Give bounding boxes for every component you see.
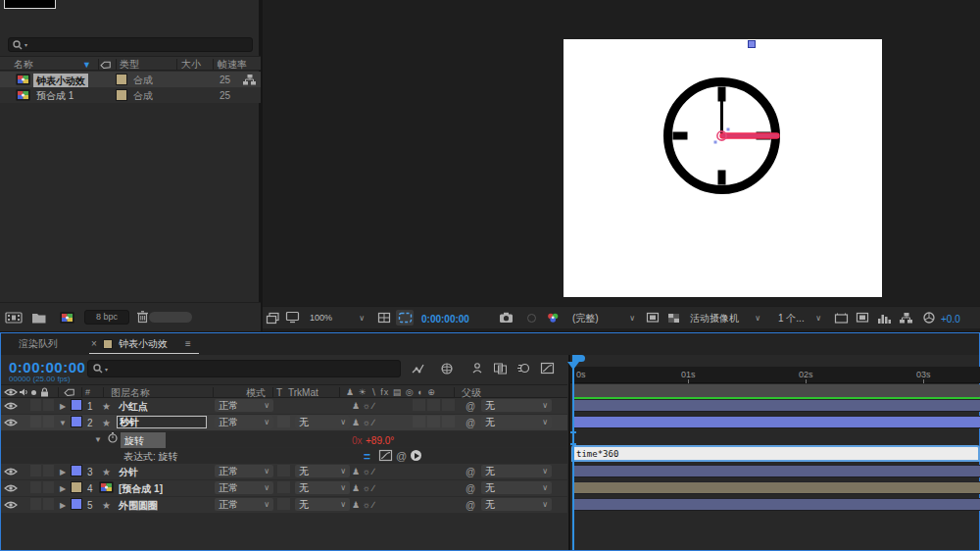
tab-active-comp[interactable]: × 钟表小动效 ≡	[89, 336, 199, 354]
flowchart-icon[interactable]	[900, 313, 912, 324]
layer-color-swatch[interactable]	[71, 399, 82, 411]
view-layout-dropdown[interactable]: 1 个... ∨	[774, 311, 825, 326]
work-area-bar[interactable]	[573, 384, 980, 397]
transparency-grid-icon[interactable]	[668, 314, 679, 323]
expression-row[interactable]: 表达式: 旋转 = @	[1, 448, 567, 464]
column-t[interactable]: T	[276, 388, 282, 398]
viewer-timecode[interactable]: 0:00:00:00	[421, 314, 469, 325]
show-snapshot-icon[interactable]	[527, 314, 536, 323]
eye-icon[interactable]	[4, 419, 17, 426]
label-column-icon[interactable]	[66, 387, 75, 397]
layer-bar-2-selected[interactable]	[573, 416, 980, 428]
motion-blur-icon[interactable]	[517, 363, 529, 374]
switch-box[interactable]	[442, 399, 455, 411]
trkmat-dropdown[interactable]: 无 ∨	[295, 465, 350, 477]
column-framerate[interactable]: 帧速率	[218, 60, 247, 70]
playhead-marker[interactable]	[567, 362, 579, 370]
always-preview-icon[interactable]	[267, 313, 279, 324]
timeline-search-field[interactable]: ▾	[87, 360, 401, 377]
parent-dropdown[interactable]: 无 ∨	[481, 416, 552, 428]
pixel-aspect-icon[interactable]	[835, 313, 848, 324]
blend-mode-dropdown[interactable]: 正常 ∨	[215, 481, 273, 494]
switch-box[interactable]	[427, 399, 440, 411]
layer-bar-1[interactable]	[573, 399, 980, 412]
layer-row-4[interactable]: ▶ 4 [预合成 1] 正常 ∨ 无 ∨ ♟ ☼ ∕ @ 无 ∨	[1, 480, 567, 496]
parent-dropdown[interactable]: 无 ∨	[481, 465, 552, 477]
layer-row-2[interactable]: ▼ 2 ★ 正常 ∨ 无 ∨ ♟ ☼ ∕ @ 无 ∨	[1, 415, 567, 430]
bit-depth-button[interactable]: 8 bpc	[84, 310, 129, 325]
grid-guides-icon[interactable]	[378, 313, 390, 323]
project-item-row[interactable]: 钟表小动效 合成 25	[0, 72, 261, 87]
solo-toggle[interactable]	[43, 481, 54, 493]
blend-mode-dropdown[interactable]: 正常 ∨	[215, 399, 273, 412]
layer-name[interactable]: 小红点	[119, 402, 148, 412]
sort-desc-icon[interactable]: ▼	[82, 60, 91, 70]
layer-color-swatch[interactable]	[71, 465, 82, 476]
audio-toggle[interactable]	[30, 498, 41, 510]
fast-previews-icon[interactable]	[647, 313, 659, 323]
row-switches-icons[interactable]: ♟ ☼ ∕	[352, 501, 374, 510]
column-parent[interactable]: 父级	[462, 388, 481, 398]
column-layer-name[interactable]: 图层名称	[111, 388, 150, 398]
frame-blending-icon[interactable]	[494, 363, 507, 375]
column-size[interactable]: 大小	[181, 60, 201, 70]
new-composition-icon[interactable]	[61, 313, 74, 323]
trkmat-dropdown[interactable]: 无 ∨	[295, 481, 350, 494]
expression-pick-whip-icon[interactable]: @	[396, 451, 407, 462]
parent-pick-whip-icon[interactable]: @	[466, 484, 475, 494]
parent-pick-whip-icon[interactable]: @	[466, 468, 475, 477]
solo-toggle[interactable]	[43, 416, 54, 427]
layer-color-swatch[interactable]	[71, 416, 82, 427]
graph-editor-icon[interactable]	[541, 363, 554, 375]
video-column-eye-icon[interactable]	[4, 388, 17, 396]
audio-column-speaker-icon[interactable]	[19, 388, 27, 396]
property-row-rotation[interactable]: ▼ 旋转 0x +89.0°	[1, 431, 567, 447]
trkmat-dropdown[interactable]: 无 ∨	[295, 498, 350, 511]
layer-name-edit-field[interactable]	[117, 416, 207, 428]
column-type[interactable]: 类型	[120, 60, 139, 70]
blend-mode-dropdown[interactable]: 正常 ∨	[215, 465, 273, 477]
time-navigator-handle[interactable]	[573, 355, 585, 362]
show-channels-icon[interactable]	[547, 313, 559, 323]
close-icon[interactable]: ×	[91, 338, 97, 349]
preserve-transparency-box[interactable]	[277, 498, 290, 510]
interpret-footage-icon[interactable]	[6, 312, 22, 324]
layer-name[interactable]: [预合成 1]	[119, 484, 163, 494]
timeline-nav-icon[interactable]	[857, 313, 869, 324]
eye-icon[interactable]	[4, 484, 17, 492]
resolution-dropdown[interactable]: (完整) ∨	[568, 311, 639, 326]
audio-toggle[interactable]	[30, 481, 41, 493]
audio-toggle[interactable]	[30, 465, 41, 476]
draft-3d-icon[interactable]	[441, 363, 453, 375]
twirl-expanded-icon[interactable]: ▼	[59, 419, 67, 427]
switch-box[interactable]	[427, 416, 440, 427]
histogram-icon[interactable]	[878, 313, 891, 324]
eye-icon[interactable]	[4, 402, 17, 410]
layer-color-swatch[interactable]	[71, 498, 82, 510]
snapshot-camera-icon[interactable]	[500, 312, 513, 324]
trkmat-dropdown[interactable]: 无 ∨	[295, 416, 350, 428]
layer-color-swatch[interactable]	[71, 481, 82, 493]
parent-pick-whip-icon[interactable]: @	[466, 402, 475, 412]
expression-input[interactable]	[571, 445, 980, 462]
expression-enable-icon[interactable]: =	[364, 450, 370, 464]
project-search-field[interactable]: ▾	[8, 37, 253, 52]
horizontal-scrollbar[interactable]	[149, 312, 192, 323]
shy-layers-icon[interactable]	[472, 363, 482, 374]
twirl-collapsed-icon[interactable]: ▶	[60, 402, 66, 411]
column-trkmat[interactable]: TrkMat	[288, 388, 318, 398]
twirl-collapsed-icon[interactable]: ▶	[60, 484, 66, 493]
row-switches-icons[interactable]: ♟ ☼ ∕	[352, 484, 374, 493]
switch-box[interactable]	[413, 416, 425, 427]
tab-render-queue[interactable]: 渲染队列	[19, 339, 58, 349]
row-switches-icons[interactable]: ♟ ☼ ∕	[352, 468, 374, 476]
blend-mode-dropdown[interactable]: 正常 ∨	[215, 416, 273, 428]
solo-toggle[interactable]	[43, 465, 54, 476]
twirl-collapsed-icon[interactable]: ▶	[60, 468, 66, 476]
exposure-value[interactable]: +0.0	[941, 314, 960, 325]
time-ruler[interactable]: 0s 01s 02s 03s	[570, 367, 980, 383]
trash-icon[interactable]	[137, 311, 148, 323]
solo-toggle[interactable]	[43, 498, 54, 510]
solo-column-icon[interactable]	[31, 390, 36, 395]
switches-column-icons[interactable]: ♟ ☀ ∖ fx ▤ ◎ ◐ ⊕	[346, 388, 436, 397]
